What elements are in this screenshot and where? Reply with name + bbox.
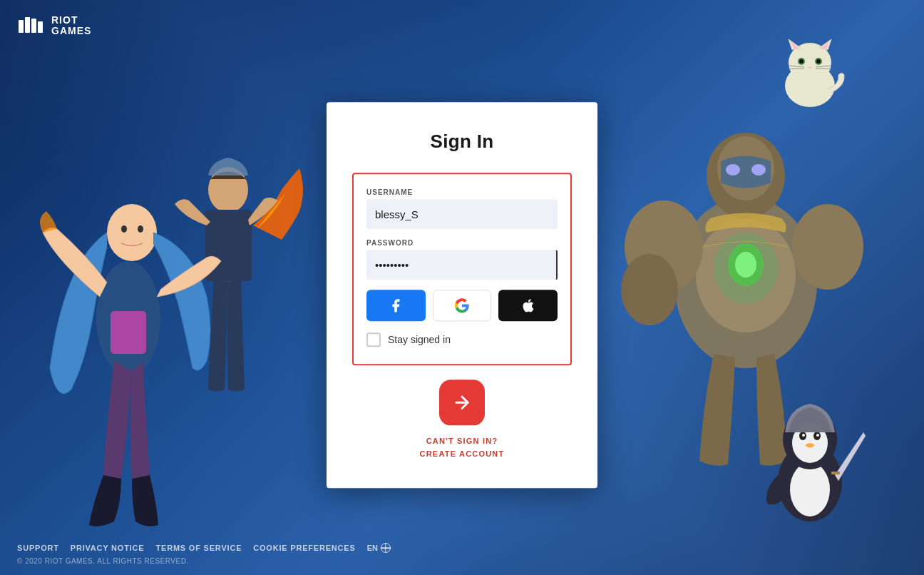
globe-icon bbox=[381, 543, 391, 553]
cant-sign-in-link[interactable]: CAN'T SIGN IN? bbox=[352, 437, 572, 445]
svg-point-19 bbox=[751, 164, 766, 175]
stay-signed-row: Stay signed in bbox=[366, 332, 558, 347]
footer-copyright: © 2020 RIOT GAMES. ALL RIGHTS RESERVED. bbox=[17, 557, 907, 565]
svg-point-15 bbox=[735, 252, 756, 278]
footer-support-link[interactable]: SUPPORT bbox=[17, 544, 59, 552]
facebook-login-button[interactable] bbox=[366, 290, 426, 321]
footer-language-selector[interactable]: EN bbox=[367, 543, 391, 553]
username-group: USERNAME bbox=[366, 188, 558, 229]
svg-point-18 bbox=[726, 164, 740, 175]
svg-point-8 bbox=[138, 225, 143, 233]
svg-point-24 bbox=[790, 462, 830, 517]
stay-signed-label: Stay signed in bbox=[388, 334, 451, 345]
login-form-box: USERNAME PASSWORD bbox=[352, 173, 572, 365]
footer-terms-link[interactable]: TERMS OF SERVICE bbox=[155, 544, 242, 552]
svg-rect-6 bbox=[111, 311, 146, 354]
logo-text: RIOT GAMES bbox=[51, 15, 91, 37]
svg-point-5 bbox=[107, 204, 157, 261]
social-login-row bbox=[366, 290, 558, 321]
svg-point-21 bbox=[621, 254, 678, 325]
password-input[interactable] bbox=[366, 250, 558, 280]
footer-lang-text: EN bbox=[367, 544, 378, 552]
footer-privacy-link[interactable]: PRIVACY NOTICE bbox=[71, 544, 145, 552]
submit-button[interactable] bbox=[439, 380, 485, 425]
login-card: Sign In USERNAME PASSWORD bbox=[327, 102, 597, 488]
google-login-button[interactable] bbox=[433, 290, 492, 321]
character-penguin bbox=[753, 390, 867, 532]
svg-rect-1 bbox=[25, 17, 30, 33]
svg-point-30 bbox=[816, 434, 819, 437]
svg-rect-3 bbox=[38, 21, 43, 33]
footer-cookies-link[interactable]: COOKIE PREFERENCES bbox=[253, 544, 355, 552]
create-account-link[interactable]: CREATE ACCOUNT bbox=[352, 449, 572, 458]
logo: RIOT GAMES bbox=[17, 14, 91, 37]
card-links: CAN'T SIGN IN? CREATE ACCOUNT bbox=[352, 437, 572, 458]
apple-login-button[interactable] bbox=[498, 290, 558, 321]
stay-signed-checkbox[interactable] bbox=[366, 332, 381, 347]
svg-point-29 bbox=[802, 434, 805, 437]
footer: SUPPORT PRIVACY NOTICE TERMS OF SERVICE … bbox=[0, 533, 924, 575]
username-label: USERNAME bbox=[366, 188, 558, 196]
character-cat bbox=[767, 36, 853, 121]
svg-point-36 bbox=[799, 59, 804, 63]
riot-logo-icon bbox=[17, 14, 46, 37]
svg-point-22 bbox=[792, 204, 863, 290]
password-group: PASSWORD bbox=[366, 239, 558, 280]
svg-rect-31 bbox=[831, 472, 840, 474]
svg-point-37 bbox=[816, 59, 821, 63]
character-jinx bbox=[36, 118, 235, 532]
login-title: Sign In bbox=[352, 131, 572, 153]
footer-links: SUPPORT PRIVACY NOTICE TERMS OF SERVICE … bbox=[17, 543, 907, 553]
password-label: PASSWORD bbox=[366, 239, 558, 247]
svg-rect-2 bbox=[31, 19, 36, 33]
svg-point-7 bbox=[121, 225, 127, 233]
svg-rect-0 bbox=[19, 20, 24, 33]
password-wrapper bbox=[366, 250, 558, 280]
username-input[interactable] bbox=[366, 199, 558, 229]
